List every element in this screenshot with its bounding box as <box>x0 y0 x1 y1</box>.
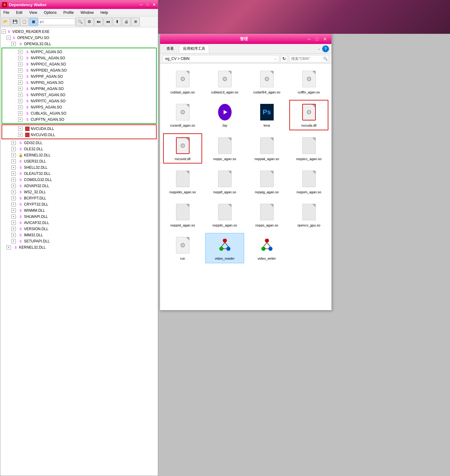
expander-nvppif[interactable]: + <box>18 74 22 79</box>
tree-item-ole32[interactable]: + S OLE32.DLL <box>0 146 158 152</box>
file-jay[interactable]: Jay <box>205 100 244 130</box>
open-btn[interactable]: 📂 <box>2 18 10 26</box>
tree-item-opencv-gpu[interactable]: ─ S OPENCV_GPU.SO <box>0 35 158 41</box>
print-btn[interactable]: 🖨 <box>122 18 131 26</box>
tree-btn[interactable]: ▦ <box>29 18 38 26</box>
tree-item-cufftn[interactable]: + S CUFFTN_AGAN.SO <box>2 116 156 123</box>
next-btn[interactable]: ⏭ <box>94 18 103 26</box>
close-right-btn[interactable]: ✕ <box>321 36 329 42</box>
tree-item-nvppist[interactable]: + S NVPPIST_AGAN.SO <box>2 92 156 98</box>
expander-opengl[interactable]: + <box>11 42 16 46</box>
expander-nvppc[interactable]: + <box>18 50 22 54</box>
gear-btn[interactable]: ⚙ <box>85 18 94 26</box>
file-nvppim-agan[interactable]: nvppim_agan.so <box>289 167 328 197</box>
menu-profile[interactable]: Profile <box>61 10 76 15</box>
tree-item-nvppial[interactable]: + S NVPPIAL_AGAN.SO <box>2 55 156 61</box>
tree-item-setupapi[interactable]: + S SETUPAPI.DLL <box>0 238 158 244</box>
expander-opencv[interactable]: ─ <box>6 36 11 40</box>
tree-item-nvpps[interactable]: + S NVPPS_AGAN.SO <box>2 104 156 110</box>
expander-kernel32-l1[interactable]: + <box>6 245 11 250</box>
back-arrow[interactable]: ← <box>162 36 169 42</box>
file-nvppitc-agan[interactable]: nvppitc_agan.so <box>205 200 244 230</box>
expander-nvppig[interactable]: + <box>18 81 22 85</box>
minimize-right-btn[interactable]: ─ <box>305 36 313 42</box>
up-btn[interactable]: ⬆ <box>113 18 121 26</box>
up-arrow[interactable]: ↑ <box>178 36 182 42</box>
tree-item-version[interactable]: + S VERSION.DLL <box>0 226 158 232</box>
expander-crypt32[interactable]: + <box>11 202 16 207</box>
search-input[interactable] <box>291 57 322 61</box>
tree-area[interactable]: ─ S VIDEO_READER.EXE ─ S OPENCV_GPU.SO +… <box>0 27 158 476</box>
menu-file[interactable]: File <box>2 10 11 15</box>
expander-cublasl[interactable]: + <box>18 111 22 116</box>
expander-nvcuvid[interactable]: + <box>18 133 22 137</box>
expander-shlwapi[interactable]: + <box>11 214 16 219</box>
tree-item-opengl32[interactable]: + S OPENGL32.DLL <box>0 41 158 47</box>
tree-item-kernel32-l1[interactable]: + S KERNEL32.DLL <box>0 244 158 250</box>
expand-btn[interactable]: ⊞ <box>131 18 140 26</box>
file-video-reader[interactable]: video_reader <box>205 233 244 263</box>
tree-item-avicap32[interactable]: + S AVICAP32.DLL <box>0 220 158 226</box>
tree-item-nvppitc[interactable]: + S NVPPITC_AGAN.SO <box>2 98 156 104</box>
expander-nvppim[interactable]: + <box>18 87 22 91</box>
file-nvppist-agan[interactable]: nvppist_agan.so <box>163 200 202 230</box>
file-nvppicc-agan[interactable]: nvppicc_agan.so <box>289 133 328 163</box>
maximize-btn[interactable]: □ <box>147 2 149 7</box>
tree-item-imm32[interactable]: + S IMM32.DLL <box>0 232 158 238</box>
tree-item-nvcuda[interactable]: + NVCUDA.DLL <box>2 126 156 132</box>
tree-item-bcrypt[interactable]: + S BCRYPT.DLL <box>0 195 158 201</box>
menu-view[interactable]: View <box>27 10 39 15</box>
tree-item-nvppicc[interactable]: + S NVPPICC_AGAN.SO <box>2 61 156 67</box>
expander-video-reader[interactable]: ─ <box>2 30 6 34</box>
file-nvppidei-agan[interactable]: nvppidei_agan.so <box>163 167 202 197</box>
expander-nvppicc[interactable]: + <box>18 62 22 66</box>
tree-item-video-reader-exe[interactable]: ─ S VIDEO_READER.EXE <box>0 29 158 35</box>
save-btn[interactable]: 💾 <box>11 18 19 26</box>
expander-nvpps[interactable]: + <box>18 105 22 109</box>
file-nvcuvid-dll[interactable]: ⚙ nvcuvid.dll <box>163 133 202 163</box>
close-btn-left[interactable]: ✕ <box>152 2 156 7</box>
tab-more-icon[interactable]: ⌄ <box>318 47 320 51</box>
menu-help[interactable]: Help <box>99 10 110 15</box>
file-lena[interactable]: Ps lena <box>247 100 286 130</box>
tree-item-nvcuvid[interactable]: + NVCUVID.DLL <box>2 132 156 138</box>
tree-item-shell32[interactable]: + S SHELL32.DLL <box>0 164 158 171</box>
file-cublasl-agan-so[interactable]: ⚙ cublasl_agan.so <box>163 67 202 97</box>
menu-window[interactable]: Window <box>79 10 96 15</box>
expander-nvcuda[interactable]: + <box>18 127 22 131</box>
expander-user32[interactable]: + <box>11 159 16 163</box>
tree-item-oleaut32[interactable]: + S OLEAUT32.DLL <box>0 171 158 177</box>
help-btn[interactable]: ? <box>322 45 329 52</box>
expander-gdi32[interactable]: + <box>11 141 16 145</box>
file-video-writer[interactable]: video_writer <box>247 233 286 263</box>
find-btn[interactable]: 🔍 <box>76 18 84 26</box>
file-run[interactable]: ⚙ run <box>163 233 202 263</box>
expander-cufftn[interactable]: + <box>18 117 22 122</box>
address-path[interactable]: eg_CV > CBIN ⌄ <box>162 55 279 62</box>
tree-item-nvppidei[interactable]: + S NVPPIDEI_AGAN.SO <box>2 67 156 73</box>
file-opencv-gpu-so[interactable]: opencv_gpu.so <box>289 200 328 230</box>
maximize-right-btn[interactable]: □ <box>313 36 321 42</box>
expander-nvppitc[interactable]: + <box>18 99 22 103</box>
tree-item-shlwapi[interactable]: + S SHLWAPI.DLL <box>0 214 158 220</box>
expander-shell32[interactable]: + <box>11 165 16 170</box>
tree-item-winmm[interactable]: + S WINMM.DLL <box>0 207 158 214</box>
menu-edit[interactable]: Edit <box>14 10 24 15</box>
tree-item-ws2[interactable]: + S WS2_32.DLL <box>0 189 158 195</box>
file-nvppig-agan[interactable]: nvppig_agan.so <box>247 167 286 197</box>
expander-version[interactable]: + <box>11 227 16 231</box>
expander-ole32[interactable]: + <box>11 147 16 151</box>
prev-btn[interactable]: ⏮ <box>104 18 112 26</box>
file-cufftn[interactable]: ⚙ cufftn_agan.so <box>289 67 328 97</box>
tree-item-nvppif[interactable]: + S NVPPIF_AGAN.SO <box>2 73 156 80</box>
forward-arrow[interactable]: → <box>170 36 177 42</box>
expander-ws2[interactable]: + <box>11 190 16 194</box>
search-box[interactable]: 🔍 <box>289 55 329 62</box>
expander-comdlg32[interactable]: + <box>11 178 16 182</box>
expander-imm32[interactable]: + <box>11 233 16 237</box>
file-cudart64[interactable]: ⚙ cudart64_agan.so <box>247 67 286 97</box>
minimize-btn[interactable]: ─ <box>140 2 143 7</box>
file-nvcuda-dll[interactable]: ⚙ nvcuda.dll <box>289 100 328 130</box>
tree-item-gdi32[interactable]: + S GDI32.DLL <box>0 140 158 146</box>
file-nvppc-agan[interactable]: nvppc_agan.so <box>205 133 244 163</box>
